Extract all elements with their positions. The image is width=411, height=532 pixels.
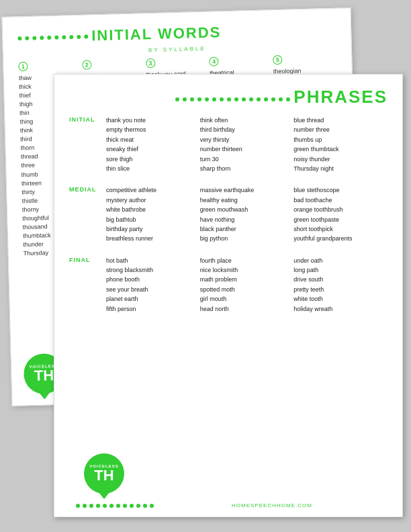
dot [69, 35, 73, 39]
phrase: competitive athlete [106, 185, 197, 195]
phrase: thank you note [106, 116, 197, 125]
bubble-letters-front: TH [94, 468, 113, 483]
dot [279, 97, 283, 101]
dot [150, 504, 154, 508]
phrase: sharp thorn [200, 164, 291, 173]
top-dot-line-front [175, 97, 290, 101]
phrase: strong blacksmith [106, 265, 197, 275]
phrase: third birthday [200, 125, 291, 134]
final-cols: hot bath strong blacksmith phone booth s… [106, 256, 387, 314]
medial-section: MEDIAL competitive athlete mystery autho… [69, 185, 387, 243]
medial-col1: competitive athlete mystery author white… [106, 185, 200, 243]
top-area: PHRASES [69, 87, 387, 112]
dot [264, 97, 268, 101]
dot [205, 97, 209, 101]
phrase: very thirsty [200, 135, 291, 144]
dot [32, 36, 36, 40]
phrase: white tooth [293, 294, 385, 304]
final-section: FINAL hot bath strong blacksmith phone b… [69, 256, 387, 314]
bubble-letters: TH [34, 368, 54, 384]
dot [62, 35, 66, 39]
phrase: green mouthwash [200, 205, 291, 214]
medial-cols: competitive athlete mystery author white… [106, 185, 387, 243]
phrase: thumbs up [293, 135, 385, 144]
phrase: drive south [293, 275, 385, 284]
phrase: empty thermos [106, 125, 197, 134]
dot [103, 504, 107, 508]
initial-cols: thank you note empty thermos thick meat … [106, 116, 387, 173]
phrase: nice locksmith [200, 265, 291, 275]
dot [47, 36, 51, 40]
phrase: head north [200, 304, 291, 314]
dot [77, 35, 81, 39]
phrase: fourth place [200, 256, 291, 265]
bottom-dots-front: HOMESPEECHHOME.COM [76, 502, 387, 508]
th-bubble-front: VOICELESS TH [84, 453, 130, 499]
final-col2: fourth place nice locksmith math problem… [200, 256, 294, 314]
dot [249, 97, 253, 101]
phrase: number thirteen [200, 144, 291, 154]
phrase: see your breath [106, 285, 197, 294]
initial-label: INITIAL [69, 116, 106, 173]
dot [257, 97, 261, 101]
phrase: pretty teeth [293, 285, 385, 294]
back-page-title: INITIAL WORDS [91, 24, 222, 44]
dot [25, 36, 29, 40]
phrase: spotted moth [200, 285, 291, 294]
medial-col3: blue stethoscope bad toothache orange to… [293, 185, 387, 243]
dot [40, 36, 44, 40]
dot [175, 97, 179, 101]
dot [84, 35, 88, 39]
phrase: think often [200, 116, 291, 125]
phrase: sneaky thief [106, 144, 197, 154]
col3-num: 3 [146, 58, 155, 68]
phrase: blue stethoscope [293, 185, 385, 195]
phrase: green toothpaste [293, 215, 385, 224]
dot [183, 97, 187, 101]
phrase: orange toothbrush [293, 205, 385, 214]
phrase: sore thigh [106, 154, 197, 164]
phrase: hot bath [106, 256, 197, 265]
col1-num: 1 [18, 62, 28, 71]
final-col1: hot bath strong blacksmith phone booth s… [106, 256, 200, 314]
phrase: turn 30 [200, 154, 291, 164]
phrase: fifth person [106, 304, 197, 314]
dot [227, 97, 231, 101]
dot [89, 504, 93, 508]
dot [83, 504, 87, 508]
dot [123, 504, 127, 508]
dot [220, 97, 224, 101]
final-label: FINAL [69, 256, 106, 314]
dot [109, 504, 113, 508]
phrase: youthful grandparents [293, 234, 385, 243]
phrase: have nothing [200, 215, 291, 224]
phrase: planet earth [106, 294, 197, 304]
phrase: math problem [200, 275, 291, 284]
initial-section: INITIAL thank you note empty thermos thi… [69, 116, 387, 173]
phrase: long path [293, 265, 385, 275]
dot [17, 36, 21, 40]
phrase: white bathrobe [106, 205, 197, 214]
phrase: healthy eating [200, 195, 291, 205]
dot [212, 97, 216, 101]
medial-label: MEDIAL [69, 185, 106, 243]
phrase: massive earthquake [200, 185, 291, 195]
front-page-title: PHRASES [293, 87, 387, 107]
phrase: thick meat [106, 135, 197, 144]
phrase: green thumbtack [293, 144, 385, 154]
col2-num: 2 [82, 60, 91, 69]
phrase: noisy thunder [293, 154, 385, 164]
phrase: girl mouth [200, 294, 291, 304]
phrase: bad toothache [293, 195, 385, 205]
phrase: under oath [293, 256, 385, 265]
phrase: phone booth [106, 275, 197, 284]
final-col3: under oath long path drive south pretty … [293, 256, 387, 314]
dot [271, 97, 275, 101]
dot [234, 97, 238, 101]
phrase: holiday wreath [293, 304, 385, 314]
dot [190, 97, 194, 101]
dot [286, 97, 290, 101]
medial-col2: massive earthquake healthy eating green … [200, 185, 294, 243]
phrase: blue thread [293, 116, 385, 125]
phrases-page: PHRASES INITIAL thank you note empty the… [54, 74, 403, 517]
